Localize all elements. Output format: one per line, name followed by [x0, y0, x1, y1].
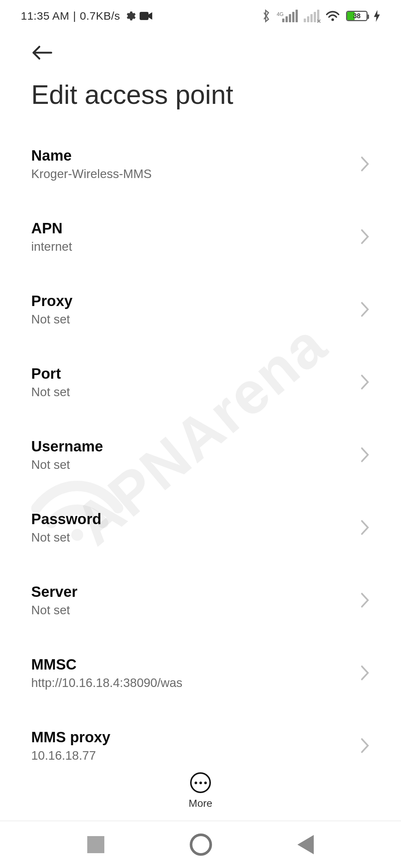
more-label: More	[189, 798, 212, 809]
row-value: Not set	[31, 312, 72, 326]
system-nav-bar	[0, 821, 401, 868]
back-button[interactable]	[28, 39, 56, 67]
nav-home-button[interactable]	[190, 834, 212, 856]
chevron-right-icon	[353, 371, 376, 393]
gear-icon	[124, 10, 136, 22]
row-value: internet	[31, 240, 72, 254]
row-value: Not set	[31, 385, 70, 399]
row-value: Not set	[31, 603, 78, 617]
chevron-right-icon	[353, 516, 376, 539]
status-separator: |	[73, 10, 76, 22]
row-name[interactable]: Name Kroger-Wireless-MMS	[31, 128, 390, 200]
row-value: Kroger-Wireless-MMS	[31, 167, 152, 181]
row-value: Not set	[31, 458, 103, 472]
row-label: Username	[31, 438, 103, 455]
chevron-right-icon	[353, 589, 376, 611]
chevron-right-icon	[353, 734, 376, 757]
arrow-left-icon	[30, 44, 54, 62]
chevron-right-icon	[353, 153, 376, 175]
row-password[interactable]: Password Not set	[31, 491, 390, 564]
status-left: 11:35 AM | 0.7KB/s	[21, 10, 153, 22]
more-button[interactable]	[190, 772, 211, 793]
nav-back-button[interactable]	[297, 835, 314, 854]
row-value: 10.16.18.77	[31, 749, 110, 763]
row-label: MMS proxy	[31, 729, 110, 746]
status-time: 11:35 AM	[21, 10, 69, 22]
row-label: Port	[31, 365, 70, 382]
settings-list: Name Kroger-Wireless-MMS APN internet Pr…	[0, 128, 401, 782]
network-badge: 4G	[277, 11, 284, 17]
signal-primary: 4G	[277, 10, 298, 22]
svg-point-1	[332, 19, 334, 21]
battery-pct: 38	[347, 12, 366, 20]
charging-icon	[374, 10, 380, 22]
row-port[interactable]: Port Not set	[31, 346, 390, 418]
signal-bars-icon	[282, 10, 298, 22]
row-label: APN	[31, 220, 72, 237]
more-icon	[195, 782, 207, 784]
chevron-right-icon	[353, 298, 376, 320]
row-label: Name	[31, 147, 152, 164]
row-server[interactable]: Server Not set	[31, 564, 390, 637]
row-apn[interactable]: APN internet	[31, 200, 390, 273]
status-right: 4G 38	[262, 9, 380, 23]
row-value: http://10.16.18.4:38090/was	[31, 676, 182, 690]
nav-recents-button[interactable]	[87, 836, 104, 853]
battery-indicator: 38	[346, 11, 368, 21]
bluetooth-icon	[262, 9, 271, 23]
chevron-right-icon	[353, 226, 376, 248]
row-label: Server	[31, 583, 78, 600]
row-value: Not set	[31, 530, 101, 545]
quick-action-bar: More	[0, 761, 401, 821]
signal-secondary-icon	[304, 10, 319, 22]
row-mmsc[interactable]: MMSC http://10.16.18.4:38090/was	[31, 637, 390, 709]
row-label: Password	[31, 511, 101, 527]
chevron-right-icon	[353, 444, 376, 466]
row-username[interactable]: Username Not set	[31, 418, 390, 491]
svg-rect-0	[140, 12, 149, 20]
page-title: Edit access point	[0, 73, 401, 128]
row-label: Proxy	[31, 293, 72, 309]
app-bar	[0, 32, 401, 73]
camera-icon	[140, 11, 153, 21]
status-net-rate: 0.7KB/s	[80, 10, 120, 22]
row-proxy[interactable]: Proxy Not set	[31, 273, 390, 346]
wifi-icon	[325, 10, 340, 22]
row-label: MMSC	[31, 656, 182, 673]
status-bar: 11:35 AM | 0.7KB/s 4G 38	[0, 0, 401, 32]
chevron-right-icon	[353, 662, 376, 684]
